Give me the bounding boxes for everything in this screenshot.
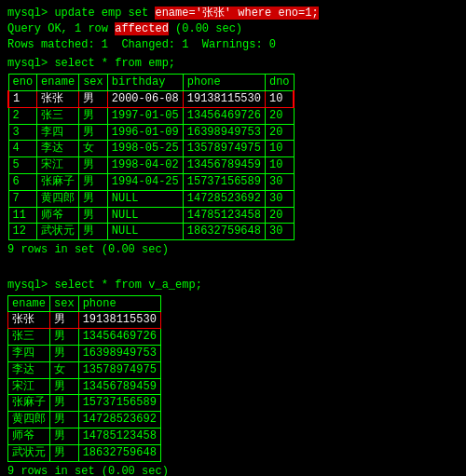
cell-phone: 14728523692 bbox=[78, 412, 160, 428]
update-command-line: mysql> update emp set ename='张张' where e… bbox=[7, 6, 459, 21]
cell-birthday: 1994-04-25 bbox=[107, 173, 183, 190]
view-rows-in-set: 9 rows in set (0.00 sec) bbox=[7, 464, 459, 476]
cell-ename: 张张 bbox=[8, 312, 50, 329]
cell-dno: 10 bbox=[265, 90, 294, 107]
cell-phone: 13456789459 bbox=[183, 157, 265, 174]
cell-ename: 李四 bbox=[37, 124, 79, 141]
cell-eno: 7 bbox=[8, 190, 37, 207]
rows-matched-line: Rows matched: 1 Changed: 1 Warnings: 0 bbox=[7, 37, 459, 53]
cell-ename: 张麻子 bbox=[37, 173, 79, 190]
col-header-ename: ename bbox=[37, 75, 79, 91]
cell-phone: 15737156589 bbox=[183, 173, 265, 190]
cell-birthday: 1997-01-05 bbox=[107, 107, 183, 124]
view-table: ename sex phone 张张 男 19138115530 张三 男 13… bbox=[7, 295, 161, 462]
col-header-eno: eno bbox=[8, 75, 37, 91]
table-row: 师爷 男 14785123458 bbox=[8, 428, 161, 444]
col-header-sex: sex bbox=[79, 75, 108, 91]
cell-dno: 10 bbox=[265, 157, 294, 174]
table-row: 2 张三 男 1997-01-05 13456469726 20 bbox=[8, 107, 294, 124]
cell-ename: 宋江 bbox=[37, 157, 79, 174]
table-row: 5 宋江 男 1998-04-02 13456789459 10 bbox=[8, 157, 294, 174]
col-header-ename: ename bbox=[8, 295, 50, 312]
cell-eno: 5 bbox=[8, 157, 37, 174]
cell-ename: 师爷 bbox=[37, 207, 79, 224]
cell-sex: 男 bbox=[50, 444, 79, 461]
cell-ename: 张三 bbox=[8, 329, 50, 346]
cell-sex: 男 bbox=[79, 90, 108, 107]
cell-sex: 女 bbox=[50, 361, 79, 378]
table-row: 3 李四 男 1996-01-09 16398949753 20 bbox=[8, 124, 294, 141]
cell-ename: 李达 bbox=[8, 361, 50, 378]
cell-sex: 男 bbox=[50, 312, 79, 329]
table-row: 张麻子 男 15737156589 bbox=[8, 395, 161, 412]
cell-sex: 男 bbox=[50, 378, 79, 395]
col-header-dno: dno bbox=[265, 75, 294, 91]
blank-line-1 bbox=[7, 262, 459, 278]
cell-ename: 黄四郎 bbox=[8, 412, 50, 428]
table-row: 宋江 男 13456789459 bbox=[8, 378, 161, 395]
cell-phone: 19138115530 bbox=[78, 312, 160, 329]
cell-sex: 男 bbox=[79, 157, 108, 174]
cell-phone: 14785123458 bbox=[183, 207, 265, 224]
cell-ename: 宋江 bbox=[8, 378, 50, 395]
cell-phone: 13578974975 bbox=[78, 361, 160, 378]
query-ok-line: Query OK, 1 row affected (0.00 sec) bbox=[7, 21, 459, 37]
cell-sex: 男 bbox=[50, 412, 79, 428]
cell-sex: 男 bbox=[50, 329, 79, 346]
table-row: 李四 男 16398949753 bbox=[8, 345, 161, 361]
table-row: 1 张张 男 2000-06-08 19138115530 10 bbox=[8, 90, 294, 107]
cell-sex: 男 bbox=[79, 190, 108, 207]
cell-ename: 黄四郎 bbox=[37, 190, 79, 207]
select-view-section: mysql> select * from v_a_emp; ename sex … bbox=[7, 278, 459, 476]
affected-highlight: affected bbox=[115, 22, 169, 35]
cell-eno: 4 bbox=[8, 141, 37, 157]
prompt: mysql> update emp set bbox=[7, 7, 155, 20]
cell-ename: 武状元 bbox=[8, 444, 50, 461]
cell-phone: 16398949753 bbox=[183, 124, 265, 141]
cell-eno: 6 bbox=[8, 173, 37, 190]
cell-dno: 20 bbox=[265, 207, 294, 224]
update-highlight: ename='张张' where eno=1; bbox=[155, 7, 318, 20]
table-row: 12 武状元 男 NULL 18632759648 30 bbox=[8, 224, 294, 240]
cell-sex: 男 bbox=[50, 345, 79, 361]
cell-dno: 20 bbox=[265, 107, 294, 124]
cell-eno: 1 bbox=[8, 90, 37, 107]
table-row: 武状元 男 18632759648 bbox=[8, 444, 161, 461]
cell-phone: 14785123458 bbox=[78, 428, 160, 444]
cell-ename: 张三 bbox=[37, 107, 79, 124]
col-header-birthday: birthday bbox=[107, 75, 183, 91]
cell-phone: 15737156589 bbox=[78, 395, 160, 412]
cell-phone: 16398949753 bbox=[78, 345, 160, 361]
cell-sex: 男 bbox=[79, 224, 108, 240]
cell-birthday: 2000-06-08 bbox=[107, 90, 183, 107]
cell-sex: 男 bbox=[79, 124, 108, 141]
cell-phone: 18632759648 bbox=[78, 444, 160, 461]
cell-birthday: NULL bbox=[107, 190, 183, 207]
col-header-sex: sex bbox=[50, 295, 79, 312]
col-header-phone: phone bbox=[183, 75, 265, 91]
table-row: 张三 男 13456469726 bbox=[8, 329, 161, 346]
cell-eno: 2 bbox=[8, 107, 37, 124]
table-row: 张张 男 19138115530 bbox=[8, 312, 161, 329]
cell-phone: 13456469726 bbox=[78, 329, 160, 346]
cell-sex: 男 bbox=[79, 173, 108, 190]
cell-ename: 李达 bbox=[37, 141, 79, 157]
cell-sex: 女 bbox=[79, 141, 108, 157]
cell-eno: 12 bbox=[8, 224, 37, 240]
emp-table-container: eno ename sex birthday phone dno 1 张张 男 … bbox=[7, 74, 459, 240]
cell-eno: 11 bbox=[8, 207, 37, 224]
emp-table: eno ename sex birthday phone dno 1 张张 男 … bbox=[7, 74, 295, 240]
cell-sex: 男 bbox=[50, 395, 79, 412]
cell-dno: 10 bbox=[265, 141, 294, 157]
cell-dno: 20 bbox=[265, 124, 294, 141]
cell-birthday: 1998-04-02 bbox=[107, 157, 183, 174]
col-header-phone: phone bbox=[78, 295, 160, 312]
table-row: 11 师爷 男 NULL 14785123458 20 bbox=[8, 207, 294, 224]
cell-birthday: 1996-01-09 bbox=[107, 124, 183, 141]
cell-dno: 30 bbox=[265, 190, 294, 207]
cell-phone: 18632759648 bbox=[183, 224, 265, 240]
table-row: 黄四郎 男 14728523692 bbox=[8, 412, 161, 428]
cell-ename: 李四 bbox=[8, 345, 50, 361]
select-emp-cmd: mysql> select * from emp; bbox=[7, 56, 459, 72]
select-view-cmd: mysql> select * from v_a_emp; bbox=[7, 278, 459, 293]
